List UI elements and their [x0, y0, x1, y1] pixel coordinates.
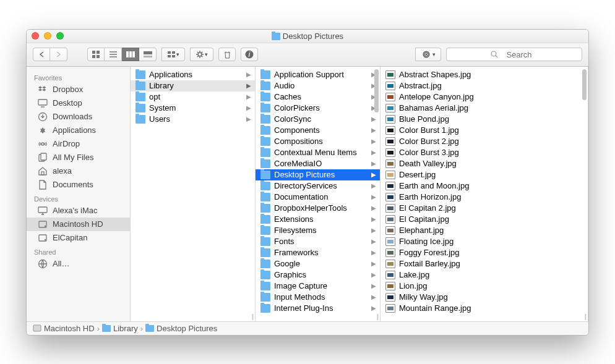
row-elephant-jpg[interactable]: Elephant.jpg — [381, 225, 588, 236]
row-frameworks[interactable]: Frameworks▶ — [256, 247, 380, 258]
scrollbar-thumb[interactable] — [374, 69, 379, 112]
sidebar-item-documents[interactable]: Documents — [27, 178, 130, 192]
column-view-button[interactable] — [122, 48, 139, 61]
sidebar-item-all-my-files[interactable]: All My Files — [27, 151, 130, 164]
info-button[interactable]: i — [241, 48, 258, 61]
column-resize-handle[interactable]: || — [585, 313, 585, 320]
folder-icon — [260, 226, 270, 235]
row-opt[interactable]: opt▶ — [131, 91, 255, 103]
coverflow-view-button[interactable] — [139, 48, 157, 61]
share-button[interactable]: ▾ — [415, 48, 441, 61]
row-colorsync[interactable]: ColorSync▶ — [256, 114, 380, 125]
column-resize-handle[interactable]: || — [252, 313, 252, 320]
row-death-valley-jpg[interactable]: Death Valley.jpg — [381, 158, 588, 169]
sidebar-item-downloads[interactable]: Downloads — [27, 110, 130, 124]
sidebar-item-label: Alexa's iMac — [53, 206, 98, 215]
close-button[interactable] — [32, 32, 39, 40]
row-el-capitan-2-jpg[interactable]: El Capitan 2.jpg — [381, 203, 588, 214]
row-filesystems[interactable]: Filesystems▶ — [256, 225, 380, 236]
action-button[interactable]: ▾ — [190, 48, 213, 61]
path-item-macintosh-hd[interactable]: Macintosh HD — [33, 324, 95, 333]
path-item-library[interactable]: Library — [102, 324, 138, 333]
row-el-capitan-jpg[interactable]: El Capitan.jpg — [381, 214, 588, 225]
column-0[interactable]: Applications▶Library▶opt▶System▶Users▶|| — [131, 67, 256, 321]
row-graphics[interactable]: Graphics▶ — [256, 269, 380, 281]
row-color-burst-2-jpg[interactable]: Color Burst 2.jpg — [381, 136, 588, 147]
row-label: Input Methods — [274, 292, 325, 302]
row-label: Frameworks — [274, 248, 319, 257]
minimize-button[interactable] — [44, 32, 51, 40]
disclosure-arrow-icon: ▶ — [371, 238, 376, 245]
row-earth-and-moon-jpg[interactable]: Earth and Moon.jpg — [381, 180, 588, 192]
row-image-capture[interactable]: Image Capture▶ — [256, 281, 380, 292]
row-users[interactable]: Users▶ — [131, 114, 255, 125]
row-directoryservices[interactable]: DirectoryServices▶ — [256, 180, 380, 192]
row-mountain-range-jpg[interactable]: Mountain Range.jpg — [381, 303, 588, 314]
column-2[interactable]: Abstract Shapes.jpgAbstract.jpgAntelope … — [381, 67, 588, 321]
folder-icon — [260, 93, 270, 101]
row-internet-plug-ins[interactable]: Internet Plug-Ins▶ — [256, 303, 380, 314]
row-documentation[interactable]: Documentation▶ — [256, 192, 380, 203]
sidebar-item-macintosh-hd[interactable]: Macintosh HD — [27, 218, 130, 231]
row-application-support[interactable]: Application Support▶ — [256, 69, 380, 80]
row-compositions[interactable]: Compositions▶ — [256, 136, 380, 147]
row-fonts[interactable]: Fonts▶ — [256, 236, 380, 247]
titlebar[interactable]: Desktop Pictures — [27, 30, 588, 43]
row-library[interactable]: Library▶ — [131, 80, 255, 91]
sidebar-item-dropbox[interactable]: Dropbox — [27, 83, 130, 96]
row-lake-jpg[interactable]: Lake.jpg — [381, 269, 588, 281]
sidebar-item-label: Documents — [53, 180, 93, 189]
row-desert-jpg[interactable]: Desert.jpg — [381, 169, 588, 180]
search-field[interactable] — [446, 48, 582, 61]
row-contextual-menu-items[interactable]: Contextual Menu Items▶ — [256, 147, 380, 158]
sidebar-item-desktop[interactable]: Desktop — [27, 96, 130, 110]
trash-button[interactable] — [218, 48, 236, 61]
arrange-button[interactable]: ▾ — [161, 48, 185, 61]
row-input-methods[interactable]: Input Methods▶ — [256, 292, 380, 303]
path-item-desktop-pictures[interactable]: Desktop Pictures — [145, 324, 217, 333]
column-resize-handle[interactable]: || — [377, 313, 377, 320]
row-foggy-forest-jpg[interactable]: Foggy Forest.jpg — [381, 247, 588, 258]
row-color-burst-1-jpg[interactable]: Color Burst 1.jpg — [381, 125, 588, 136]
row-components[interactable]: Components▶ — [256, 125, 380, 136]
search-input[interactable] — [501, 50, 538, 59]
applications-icon — [38, 125, 48, 135]
list-view-button[interactable] — [105, 48, 122, 61]
row-bahamas-aerial-jpg[interactable]: Bahamas Aerial.jpg — [381, 103, 588, 114]
row-abstract-shapes-jpg[interactable]: Abstract Shapes.jpg — [381, 69, 588, 80]
back-button[interactable] — [33, 48, 50, 61]
row-desktop-pictures[interactable]: Desktop Pictures▶ — [256, 169, 380, 180]
folder-icon — [260, 204, 270, 213]
row-earth-horizon-jpg[interactable]: Earth Horizon.jpg — [381, 192, 588, 203]
row-google[interactable]: Google▶ — [256, 258, 380, 269]
row-milky-way-jpg[interactable]: Milky Way.jpg — [381, 292, 588, 303]
sidebar-item-applications[interactable]: Applications — [27, 124, 130, 137]
image-file-icon — [385, 271, 395, 279]
row-audio[interactable]: Audio▶ — [256, 80, 380, 91]
row-abstract-jpg[interactable]: Abstract.jpg — [381, 80, 588, 91]
row-label: Documentation — [274, 192, 328, 201]
row-blue-pond-jpg[interactable]: Blue Pond.jpg — [381, 114, 588, 125]
row-antelope-canyon-jpg[interactable]: Antelope Canyon.jpg — [381, 91, 588, 103]
sidebar-item-all-[interactable]: All… — [27, 257, 130, 271]
forward-button[interactable] — [50, 48, 67, 61]
sidebar-item-alexa-s-imac[interactable]: Alexa's iMac — [27, 204, 130, 218]
row-system[interactable]: System▶ — [131, 103, 255, 114]
row-lion-jpg[interactable]: Lion.jpg — [381, 281, 588, 292]
row-applications[interactable]: Applications▶ — [131, 69, 255, 80]
row-dropboxhelpertools[interactable]: DropboxHelperTools▶ — [256, 203, 380, 214]
row-colorpickers[interactable]: ColorPickers▶ — [256, 103, 380, 114]
row-foxtail-barley-jpg[interactable]: Foxtail Barley.jpg — [381, 258, 588, 269]
sidebar-item-elcapitan[interactable]: ElCapitan — [27, 231, 130, 245]
row-coremediaio[interactable]: CoreMediaIO▶ — [256, 158, 380, 169]
row-extensions[interactable]: Extensions▶ — [256, 214, 380, 225]
column-1[interactable]: Application Support▶Audio▶Caches▶ColorPi… — [256, 67, 381, 321]
zoom-button[interactable] — [56, 32, 64, 40]
icon-view-button[interactable] — [87, 48, 105, 61]
sidebar-item-airdrop[interactable]: AirDrop — [27, 137, 130, 151]
row-color-burst-3-jpg[interactable]: Color Burst 3.jpg — [381, 147, 588, 158]
row-caches[interactable]: Caches▶ — [256, 91, 380, 103]
scrollbar-thumb[interactable] — [582, 69, 587, 100]
row-floating-ice-jpg[interactable]: Floating Ice.jpg — [381, 236, 588, 247]
sidebar-item-alexa[interactable]: alexa — [27, 164, 130, 178]
